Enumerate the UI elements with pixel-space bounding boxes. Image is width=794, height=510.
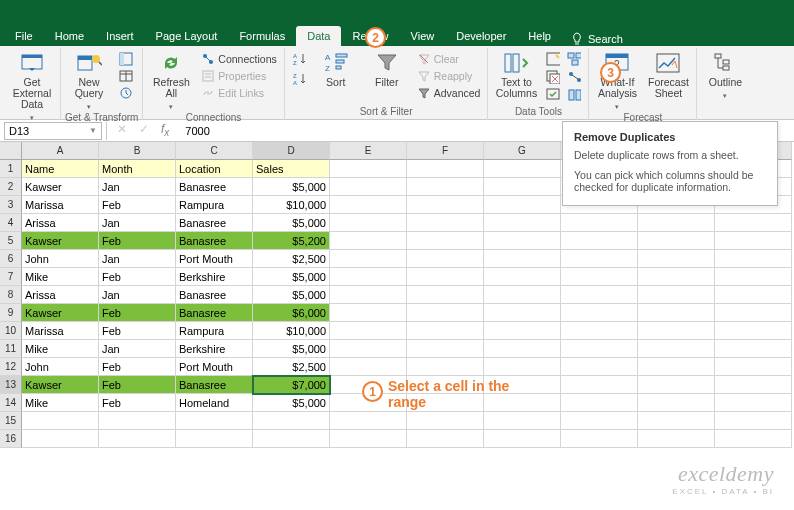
sort-asc-button[interactable]: AZ bbox=[289, 50, 309, 67]
row-header[interactable]: 15 bbox=[0, 412, 22, 430]
outline-button[interactable]: Outline bbox=[701, 50, 749, 101]
cell[interactable]: Feb bbox=[99, 232, 176, 250]
cell[interactable] bbox=[638, 286, 715, 304]
cell[interactable]: Arissa bbox=[22, 286, 99, 304]
cell[interactable] bbox=[484, 286, 561, 304]
cell[interactable]: Jan bbox=[99, 250, 176, 268]
cell[interactable]: Port Mouth bbox=[176, 250, 253, 268]
cell[interactable]: Feb bbox=[99, 358, 176, 376]
cell[interactable] bbox=[253, 430, 330, 448]
cell[interactable] bbox=[407, 214, 484, 232]
header-cell[interactable]: Name bbox=[22, 160, 99, 178]
row-header[interactable]: 10 bbox=[0, 322, 22, 340]
cell[interactable] bbox=[484, 250, 561, 268]
cell[interactable] bbox=[484, 268, 561, 286]
get-external-data-button[interactable]: Get External Data bbox=[8, 50, 56, 123]
cell[interactable]: Kawser bbox=[22, 178, 99, 196]
cell[interactable]: Jan bbox=[99, 286, 176, 304]
cell[interactable]: Rampura bbox=[176, 322, 253, 340]
col-header-G[interactable]: G bbox=[484, 142, 561, 160]
cell[interactable] bbox=[330, 412, 407, 430]
show-queries-button[interactable] bbox=[116, 50, 136, 67]
cell[interactable] bbox=[484, 322, 561, 340]
cell[interactable] bbox=[407, 178, 484, 196]
header-cell[interactable]: Month bbox=[99, 160, 176, 178]
flash-fill-button[interactable] bbox=[543, 50, 563, 67]
cell[interactable]: Rampura bbox=[176, 196, 253, 214]
consolidate-button[interactable] bbox=[564, 50, 584, 67]
row-header[interactable]: 3 bbox=[0, 196, 22, 214]
cell[interactable] bbox=[561, 268, 638, 286]
row-header[interactable]: 13 bbox=[0, 376, 22, 394]
cell[interactable] bbox=[330, 250, 407, 268]
header-cell[interactable]: Location bbox=[176, 160, 253, 178]
cell[interactable]: $6,000 bbox=[253, 304, 330, 322]
cell[interactable] bbox=[561, 394, 638, 412]
cell[interactable] bbox=[638, 358, 715, 376]
cell[interactable] bbox=[407, 232, 484, 250]
cell[interactable]: Kawser bbox=[22, 376, 99, 394]
cell[interactable] bbox=[484, 196, 561, 214]
cell[interactable]: Feb bbox=[99, 196, 176, 214]
cell[interactable] bbox=[330, 214, 407, 232]
sort-button[interactable]: AZ Sort bbox=[312, 50, 360, 88]
cell[interactable] bbox=[715, 214, 792, 232]
col-header-C[interactable]: C bbox=[176, 142, 253, 160]
cell[interactable] bbox=[638, 412, 715, 430]
cell[interactable]: Kawser bbox=[22, 304, 99, 322]
col-header-F[interactable]: F bbox=[407, 142, 484, 160]
cell[interactable] bbox=[715, 358, 792, 376]
cell[interactable] bbox=[638, 322, 715, 340]
cell[interactable]: Mike bbox=[22, 394, 99, 412]
cell[interactable]: $5,000 bbox=[253, 286, 330, 304]
cell[interactable] bbox=[484, 340, 561, 358]
row-header[interactable]: 2 bbox=[0, 178, 22, 196]
cell[interactable] bbox=[638, 250, 715, 268]
cell[interactable]: John bbox=[22, 358, 99, 376]
row-header[interactable]: 8 bbox=[0, 286, 22, 304]
col-header-E[interactable]: E bbox=[330, 142, 407, 160]
cell[interactable] bbox=[715, 286, 792, 304]
cell[interactable] bbox=[484, 160, 561, 178]
cell[interactable]: John bbox=[22, 250, 99, 268]
cell[interactable]: $5,200 bbox=[253, 232, 330, 250]
row-header[interactable]: 16 bbox=[0, 430, 22, 448]
recent-sources-button[interactable] bbox=[116, 84, 136, 101]
cell[interactable]: $7,000 bbox=[253, 376, 330, 394]
remove-duplicates-button[interactable] bbox=[543, 68, 563, 85]
cell[interactable] bbox=[638, 304, 715, 322]
cell[interactable]: Feb bbox=[99, 394, 176, 412]
col-header-D[interactable]: D bbox=[253, 142, 330, 160]
cell[interactable] bbox=[484, 412, 561, 430]
cell[interactable] bbox=[715, 232, 792, 250]
cell[interactable]: Mike bbox=[22, 268, 99, 286]
forecast-sheet-button[interactable]: Forecast Sheet bbox=[644, 50, 692, 99]
text-to-columns-button[interactable]: Text to Columns bbox=[492, 50, 540, 99]
select-all-corner[interactable] bbox=[0, 142, 22, 160]
cell[interactable] bbox=[561, 322, 638, 340]
sort-desc-button[interactable]: ZA bbox=[289, 70, 309, 87]
row-header[interactable]: 11 bbox=[0, 340, 22, 358]
cell[interactable] bbox=[407, 304, 484, 322]
row-header[interactable]: 6 bbox=[0, 250, 22, 268]
cell[interactable]: Feb bbox=[99, 304, 176, 322]
cell[interactable] bbox=[715, 268, 792, 286]
cell[interactable]: $5,000 bbox=[253, 214, 330, 232]
tab-home[interactable]: Home bbox=[44, 26, 95, 46]
cell[interactable] bbox=[561, 286, 638, 304]
row-header[interactable]: 12 bbox=[0, 358, 22, 376]
row-header[interactable]: 4 bbox=[0, 214, 22, 232]
tab-formulas[interactable]: Formulas bbox=[228, 26, 296, 46]
cell[interactable] bbox=[638, 232, 715, 250]
chevron-down-icon[interactable]: ▼ bbox=[89, 126, 97, 135]
cell[interactable]: $5,000 bbox=[253, 178, 330, 196]
cell[interactable] bbox=[330, 322, 407, 340]
row-header[interactable]: 5 bbox=[0, 232, 22, 250]
cell[interactable] bbox=[330, 160, 407, 178]
cell[interactable] bbox=[330, 286, 407, 304]
cell[interactable] bbox=[407, 412, 484, 430]
row-header[interactable]: 9 bbox=[0, 304, 22, 322]
cell[interactable] bbox=[638, 214, 715, 232]
cell[interactable] bbox=[330, 196, 407, 214]
cell[interactable] bbox=[484, 304, 561, 322]
